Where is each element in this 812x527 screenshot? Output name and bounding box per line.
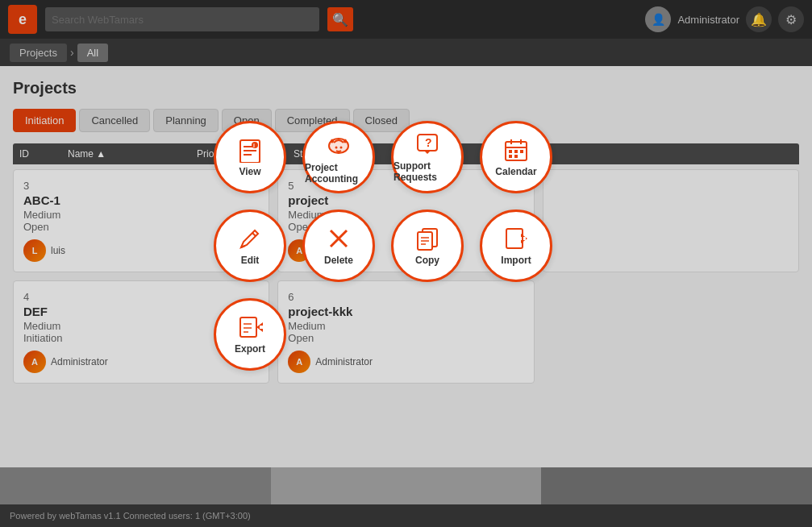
ctx-support-label: Support Requests [394,160,461,183]
svg-text:?: ? [425,136,432,149]
svg-rect-21 [509,155,512,158]
ctx-delete[interactable]: Delete [294,201,383,290]
ctx-support-requests[interactable]: ? Support Requests [383,113,472,201]
ctx-calendar[interactable]: Calendar [472,113,560,201]
ctx-accounting-circle[interactable]: Project Accounting [302,121,375,193]
ctx-copy[interactable]: Copy [383,201,472,290]
ctx-copy-circle[interactable]: Copy [391,210,464,282]
svg-text:i: i [253,143,255,148]
support-icon: ? [414,131,440,157]
ctx-edit[interactable]: Edit [206,201,294,290]
ctx-project-accounting[interactable]: Project Accounting [294,113,383,201]
ctx-support-circle[interactable]: ? Support Requests [391,121,464,193]
svg-line-23 [252,233,256,236]
svg-rect-18 [509,150,512,153]
copy-icon [414,226,440,251]
ctx-export[interactable]: Export [206,290,294,379]
ctx-import[interactable]: Import [472,201,560,290]
ctx-export-label: Export [235,343,265,355]
svg-rect-20 [520,150,523,153]
delete-icon [326,226,352,251]
export-icon [237,314,263,340]
svg-rect-32 [506,229,523,248]
svg-point-10 [331,139,334,143]
ctx-copy-label: Copy [415,255,439,266]
ctx-import-label: Import [501,255,531,266]
ctx-export-circle[interactable]: Export [214,298,286,371]
svg-rect-22 [514,155,518,158]
ctx-calendar-label: Calendar [495,166,536,177]
import-icon [503,226,529,251]
ctx-view-label: View [239,166,260,177]
calendar-icon [503,137,529,163]
svg-rect-19 [514,150,518,153]
ctx-edit-circle[interactable]: Edit [214,210,286,282]
ctx-edit-label: Edit [241,255,260,266]
ctx-calendar-circle[interactable]: Calendar [480,121,552,193]
svg-rect-33 [240,317,256,337]
ctx-import-circle[interactable]: Import [480,210,552,282]
ctx-view-circle[interactable]: i View [214,121,286,193]
context-menu: i View Project Accounting ? [206,113,560,379]
edit-icon [237,226,263,251]
svg-point-8 [335,147,338,149]
ctx-accounting-label: Project Accounting [305,162,373,185]
svg-point-11 [344,139,347,143]
ctx-delete-circle[interactable]: Delete [302,210,375,282]
ctx-view[interactable]: i View [206,113,294,201]
ctx-delete-label: Delete [324,255,353,266]
svg-point-9 [340,147,343,149]
view-icon: i [237,137,263,163]
accounting-icon [324,130,353,159]
